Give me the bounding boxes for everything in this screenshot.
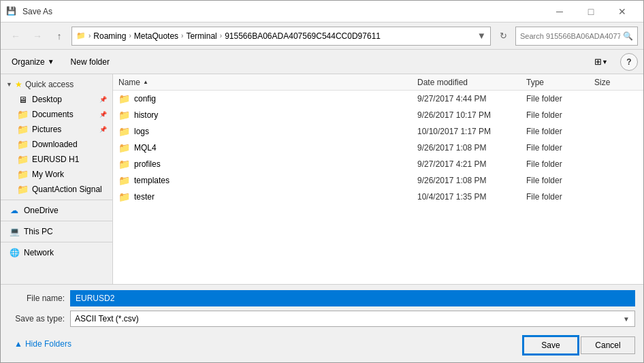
desktop-pin-icon: 📌 bbox=[99, 96, 107, 103]
network-icon: 🌐 bbox=[9, 247, 20, 258]
title-bar: 💾 Save As ─ □ ✕ bbox=[1, 1, 643, 22]
folder-icon: 📁 bbox=[118, 142, 130, 153]
new-folder-button[interactable]: New folder bbox=[65, 53, 115, 71]
table-row[interactable]: 📁 tester 10/4/2017 1:35 PM File folder bbox=[113, 189, 643, 205]
file-size-cell bbox=[589, 147, 643, 148]
sidebar-divider-2 bbox=[1, 221, 112, 221]
organize-dropdown-icon: ▼ bbox=[48, 58, 54, 65]
sidebar-item-onedrive-label: OneDrive bbox=[24, 206, 59, 215]
table-row[interactable]: 📁 templates 9/26/2017 1:08 PM File folde… bbox=[113, 172, 643, 189]
column-size[interactable]: Size bbox=[589, 76, 643, 89]
table-row[interactable]: 📁 history 9/26/2017 10:17 PM File folder bbox=[113, 107, 643, 123]
table-row[interactable]: 📁 profiles 9/27/2017 4:21 PM File folder bbox=[113, 156, 643, 172]
search-input[interactable] bbox=[520, 32, 620, 40]
action-bar: Organize ▼ New folder ⊞ ▼ ? bbox=[1, 50, 643, 74]
organize-button[interactable]: Organize ▼ bbox=[6, 53, 60, 71]
folder-icon: 📁 bbox=[118, 93, 130, 104]
folder-icon: 📁 bbox=[118, 191, 130, 202]
file-name: config bbox=[134, 94, 156, 104]
refresh-button[interactable]: ↻ bbox=[494, 27, 513, 46]
file-size-cell bbox=[589, 163, 643, 165]
back-button[interactable]: ← bbox=[6, 27, 25, 46]
quantaction-icon: 📁 bbox=[17, 184, 28, 195]
hide-folders-button[interactable]: ▲ Hide Folders bbox=[14, 339, 71, 349]
breadcrumb-icon: 📁 bbox=[76, 31, 86, 40]
file-date-cell: 9/26/2017 1:08 PM bbox=[412, 175, 521, 186]
savetype-select[interactable]: ASCII Text (*.csv)CSV (*.csv)All Files (… bbox=[70, 311, 635, 327]
sidebar-divider-1 bbox=[1, 200, 112, 200]
close-button[interactable]: ✕ bbox=[607, 1, 638, 22]
sidebar-item-eurusd[interactable]: 📁 EURUSD H1 bbox=[1, 152, 112, 167]
breadcrumb-roaming[interactable]: Roaming bbox=[93, 31, 126, 41]
navigation-toolbar: ← → ↑ 📁 › Roaming › MetaQuotes › Termina… bbox=[1, 22, 643, 50]
column-date[interactable]: Date modified bbox=[412, 76, 521, 89]
table-row[interactable]: 📁 logs 10/10/2017 1:17 PM File folder bbox=[113, 123, 643, 140]
address-dropdown-button[interactable]: ▼ bbox=[477, 31, 486, 41]
pictures-icon: 📁 bbox=[17, 124, 28, 135]
help-icon: ? bbox=[626, 57, 631, 67]
sidebar-item-downloaded-label: Downloaded bbox=[32, 140, 78, 149]
file-name: tester bbox=[134, 192, 155, 202]
quick-access-chevron: ▼ bbox=[6, 81, 12, 88]
documents-pin-icon: 📌 bbox=[99, 111, 107, 118]
sidebar-item-pictures[interactable]: 📁 Pictures 📌 bbox=[1, 122, 112, 137]
folder-icon: 📁 bbox=[118, 110, 130, 121]
cancel-button[interactable]: Cancel bbox=[581, 336, 635, 354]
file-name-cell: 📁 logs bbox=[113, 125, 412, 138]
filename-input[interactable] bbox=[70, 290, 635, 306]
hide-folders-area: ▲ Hide Folders bbox=[9, 336, 77, 351]
address-bar[interactable]: 📁 › Roaming › MetaQuotes › Terminal › 91… bbox=[71, 27, 491, 46]
address-separator-1: › bbox=[88, 32, 91, 40]
file-name-cell: 📁 config bbox=[113, 93, 412, 105]
sidebar-item-desktop-label: Desktop bbox=[32, 95, 62, 104]
table-row[interactable]: 📁 config 9/27/2017 4:44 PM File folder bbox=[113, 91, 643, 107]
sidebar-item-documents[interactable]: 📁 Documents 📌 bbox=[1, 107, 112, 122]
bottom-row: ▲ Hide Folders Save Cancel bbox=[9, 331, 635, 357]
sidebar-item-network-label: Network bbox=[24, 248, 54, 257]
file-date-cell: 9/27/2017 4:21 PM bbox=[412, 159, 521, 170]
breadcrumb-metaquotes[interactable]: MetaQuotes bbox=[134, 31, 178, 41]
minimize-button[interactable]: ─ bbox=[544, 1, 575, 22]
breadcrumb-folder[interactable]: 915566BA06ADA407569C544CC0D97611 bbox=[225, 31, 381, 41]
up-button[interactable]: ↑ bbox=[50, 27, 69, 46]
file-size-cell bbox=[589, 196, 643, 198]
hide-folders-chevron: ▲ bbox=[14, 339, 22, 349]
table-row[interactable]: 📁 MQL4 9/26/2017 1:08 PM File folder bbox=[113, 140, 643, 156]
organize-label: Organize bbox=[12, 57, 45, 67]
file-name-cell: 📁 history bbox=[113, 109, 412, 121]
forward-button[interactable]: → bbox=[28, 27, 47, 46]
file-type-cell: File folder bbox=[521, 175, 589, 186]
sidebar-item-onedrive[interactable]: ☁ OneDrive bbox=[1, 203, 112, 218]
search-box: 🔍 bbox=[515, 27, 638, 46]
sidebar-item-quantaction-label: QuantAction Signal bbox=[32, 185, 102, 194]
sidebar-item-mywork[interactable]: 📁 My Work bbox=[1, 167, 112, 182]
quick-access-header[interactable]: ▼ ★ Quick access bbox=[1, 77, 112, 92]
breadcrumb-terminal[interactable]: Terminal bbox=[186, 31, 216, 41]
column-name[interactable]: Name ▲ bbox=[113, 76, 412, 89]
help-button[interactable]: ? bbox=[620, 53, 638, 71]
sidebar-item-downloaded[interactable]: 📁 Downloaded bbox=[1, 137, 112, 152]
sidebar-item-thispc[interactable]: 💻 This PC bbox=[1, 224, 112, 239]
file-type-cell: File folder bbox=[521, 126, 589, 137]
file-type-cell: File folder bbox=[521, 93, 589, 104]
quick-access-icon: ★ bbox=[15, 80, 22, 89]
column-type-label: Type bbox=[526, 78, 544, 87]
view-button[interactable]: ⊞ ▼ bbox=[590, 53, 612, 71]
sidebar-item-desktop[interactable]: 🖥 Desktop 📌 bbox=[1, 92, 112, 107]
sidebar-item-thispc-label: This PC bbox=[24, 227, 53, 236]
search-icon: 🔍 bbox=[623, 31, 633, 41]
savetype-label: Save as type: bbox=[9, 314, 70, 323]
sidebar-item-quantaction[interactable]: 📁 QuantAction Signal bbox=[1, 182, 112, 197]
sidebar-item-eurusd-label: EURUSD H1 bbox=[32, 155, 79, 164]
sidebar-item-network[interactable]: 🌐 Network bbox=[1, 245, 112, 260]
file-type-cell: File folder bbox=[521, 142, 589, 153]
file-type-cell: File folder bbox=[521, 110, 589, 121]
maximize-button[interactable]: □ bbox=[575, 1, 607, 22]
save-button[interactable]: Save bbox=[524, 336, 578, 354]
column-type[interactable]: Type bbox=[521, 76, 589, 89]
new-folder-label: New folder bbox=[71, 57, 110, 67]
savetype-row: Save as type: ASCII Text (*.csv)CSV (*.c… bbox=[9, 311, 635, 327]
documents-icon: 📁 bbox=[17, 109, 28, 120]
title-bar-left: 💾 Save As bbox=[6, 6, 52, 17]
file-size-cell bbox=[589, 98, 643, 99]
